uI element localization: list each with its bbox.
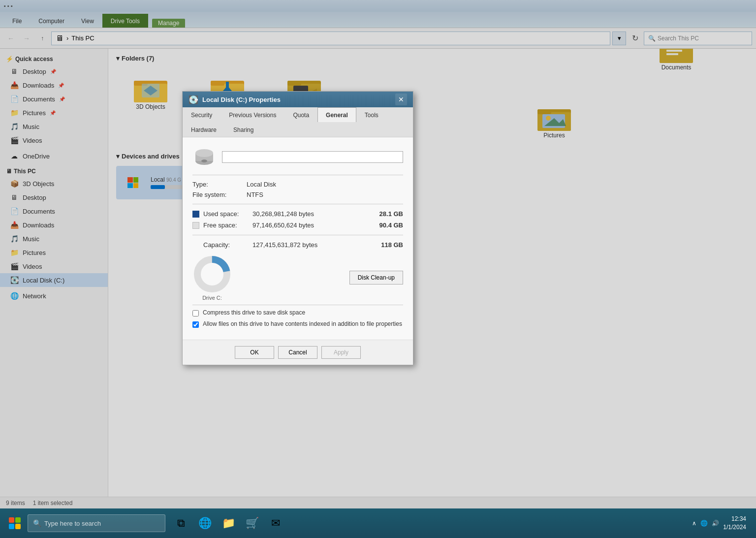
modal-overlay: 💽 Local Disk (C:) Properties ✕ Security … — [0, 0, 756, 508]
type-row: Type: Local Disk — [192, 179, 403, 190]
start-button[interactable] — [4, 512, 26, 534]
cancel-button[interactable]: Cancel — [278, 346, 317, 359]
index-checkbox[interactable] — [192, 321, 199, 328]
tray-date: 1/1/2024 — [723, 523, 746, 532]
free-color-box — [192, 222, 199, 229]
svg-point-31 — [201, 159, 207, 162]
system-tray: ∧ 🌐 🔊 12:34 1/1/2024 — [692, 515, 752, 532]
type-value: Local Disk — [247, 181, 403, 188]
file-explorer-button[interactable]: 📁 — [218, 512, 239, 534]
apply-button[interactable]: Apply — [321, 346, 361, 359]
capacity-row: Capacity: 127,415,631,872 bytes 118 GB — [192, 239, 403, 251]
compress-label[interactable]: Compress this drive to save disk space — [203, 309, 305, 316]
drive-c-label: Drive C: — [202, 295, 222, 301]
tray-network-icon: 🌐 — [700, 520, 708, 527]
free-label: Free space: — [203, 222, 252, 229]
svg-point-30 — [195, 149, 213, 157]
disk-cleanup-button[interactable]: Disk Clean-up — [349, 271, 403, 285]
capacity-color-box — [192, 242, 199, 249]
task-view-icon: ⧉ — [177, 517, 185, 530]
free-bytes: 97,146,650,624 bytes — [252, 222, 374, 229]
tray-chevron[interactable]: ∧ — [692, 520, 696, 527]
taskbar-search-icon: 🔍 — [33, 519, 41, 527]
type-label: Type: — [192, 181, 247, 188]
store-icon: 🛒 — [246, 517, 259, 530]
taskbar-search-label: Type here to search — [44, 520, 101, 527]
taskbar: 🔍 Type here to search ⧉ 🌐 📁 🛒 ✉ ∧ 🌐 🔊 12… — [0, 508, 756, 538]
used-space-row: Used space: 30,268,981,248 bytes 28.1 GB — [192, 208, 403, 220]
store-button[interactable]: 🛒 — [241, 512, 263, 534]
mail-icon: ✉ — [271, 517, 280, 530]
dialog-content: Type: Local Disk File system: NTFS Used … — [183, 137, 413, 340]
file-explorer-icon: 📁 — [222, 517, 235, 530]
dialog-title-icon: 💽 — [189, 95, 198, 104]
tab-general[interactable]: General — [317, 107, 356, 122]
filesystem-row: File system: NTFS — [192, 190, 403, 200]
free-space-row: Free space: 97,146,650,624 bytes 90.4 GB — [192, 220, 403, 231]
tab-security[interactable]: Security — [183, 107, 220, 122]
dialog-tabs: Security Previous Versions Quota General… — [183, 107, 413, 137]
compress-checkbox-row: Compress this drive to save disk space — [192, 309, 403, 316]
used-color-box — [192, 211, 199, 218]
dialog-titlebar: 💽 Local Disk (C:) Properties ✕ — [183, 92, 413, 107]
drive-name-input[interactable] — [222, 151, 403, 163]
properties-dialog: 💽 Local Disk (C:) Properties ✕ Security … — [182, 91, 413, 365]
dialog-buttons: OK Cancel Apply — [183, 340, 413, 365]
drive-info-row — [192, 145, 403, 169]
index-label[interactable]: Allow files on this drive to have conten… — [203, 320, 402, 327]
tray-volume-icon: 🔊 — [712, 520, 719, 527]
drive-icon-large — [192, 145, 216, 169]
tray-clock: 12:34 — [723, 515, 746, 523]
tab-tools[interactable]: Tools — [356, 107, 387, 122]
tab-sharing[interactable]: Sharing — [225, 122, 262, 137]
compress-checkbox[interactable] — [192, 310, 199, 316]
used-label: Used space: — [203, 210, 252, 218]
task-view-button[interactable]: ⧉ — [170, 512, 192, 534]
mail-button[interactable]: ✉ — [265, 512, 286, 534]
tab-hardware[interactable]: Hardware — [183, 122, 225, 137]
edge-icon: 🌐 — [198, 517, 212, 530]
filesystem-label: File system: — [192, 191, 247, 198]
donut-chart — [192, 254, 232, 294]
filesystem-value: NTFS — [247, 191, 403, 198]
free-gb: 90.4 GB — [374, 222, 403, 229]
capacity-bytes: 127,415,631,872 bytes — [252, 241, 374, 249]
dialog-title: Local Disk (C:) Properties — [202, 96, 281, 103]
tray-time: 12:34 1/1/2024 — [723, 515, 746, 532]
tab-previous-versions[interactable]: Previous Versions — [220, 107, 284, 122]
used-gb: 28.1 GB — [374, 210, 403, 218]
tab-quota[interactable]: Quota — [284, 107, 317, 122]
dialog-close-button[interactable]: ✕ — [395, 94, 407, 105]
capacity-gb: 118 GB — [374, 241, 403, 249]
ok-button[interactable]: OK — [235, 346, 274, 359]
taskbar-search[interactable]: 🔍 Type here to search — [28, 514, 165, 532]
used-bytes: 30,268,981,248 bytes — [252, 210, 374, 218]
index-checkbox-row: Allow files on this drive to have conten… — [192, 320, 403, 328]
donut-container: Drive C: Disk Clean-up — [192, 254, 403, 301]
edge-browser-button[interactable]: 🌐 — [194, 512, 216, 534]
capacity-label: Capacity: — [203, 241, 252, 249]
